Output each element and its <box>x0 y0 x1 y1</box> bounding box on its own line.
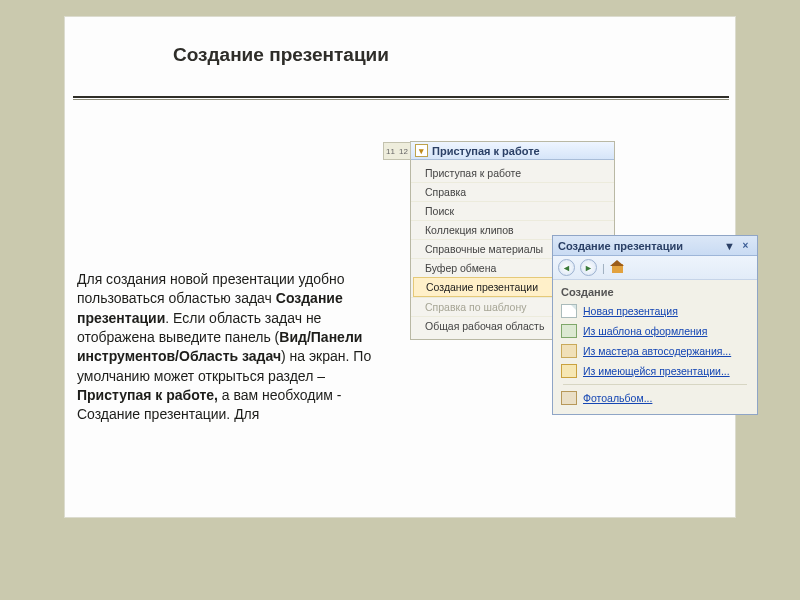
link-from-wizard[interactable]: Из мастера автосодержания... <box>557 341 753 361</box>
menu-item[interactable]: Справка <box>411 182 614 201</box>
back-icon[interactable] <box>558 259 575 276</box>
close-icon[interactable]: × <box>739 239 752 252</box>
body-paragraph: Для создания новой презентации удобно по… <box>77 270 377 425</box>
folder-open-icon <box>561 364 577 378</box>
forward-icon[interactable] <box>580 259 597 276</box>
text-bold: Приступая к работе, <box>77 387 218 403</box>
dropdown-toggle-icon[interactable]: ▾ <box>415 144 428 157</box>
document-icon <box>561 304 577 318</box>
title-rule <box>73 96 729 100</box>
link-from-existing[interactable]: Из имеющейся презентации... <box>557 361 753 381</box>
link-new-presentation[interactable]: Новая презентация <box>557 301 753 321</box>
task-pane-header-label: Приступая к работе <box>432 145 540 157</box>
task-pane-header[interactable]: ▾ Приступая к работе <box>411 142 614 160</box>
link-from-template[interactable]: Из шаблона оформления <box>557 321 753 341</box>
home-icon[interactable] <box>610 261 625 274</box>
section-heading: Создание <box>553 280 757 301</box>
wizard-icon <box>561 344 577 358</box>
link-photo-album[interactable]: Фотоальбом... <box>557 388 753 408</box>
menu-item[interactable]: Поиск <box>411 201 614 220</box>
menu-item[interactable]: Приступая к работе <box>411 164 614 182</box>
photo-album-icon <box>561 391 577 405</box>
slide-title: Создание презентации <box>173 44 389 66</box>
ruler-fragment: 11 12 <box>383 142 411 160</box>
dropdown-icon[interactable]: ▼ <box>724 240 735 252</box>
pane-header[interactable]: Создание презентации ▼ × <box>553 236 757 256</box>
pane-header-label: Создание презентации <box>558 240 683 252</box>
separator <box>563 384 747 385</box>
create-options-list: Новая презентация Из шаблона оформления … <box>553 301 757 414</box>
create-presentation-pane: Создание презентации ▼ × | Создание Нова… <box>552 235 758 415</box>
pane-toolbar: | <box>553 256 757 280</box>
template-icon <box>561 324 577 338</box>
slide: Создание презентации Для создания новой … <box>64 16 736 518</box>
